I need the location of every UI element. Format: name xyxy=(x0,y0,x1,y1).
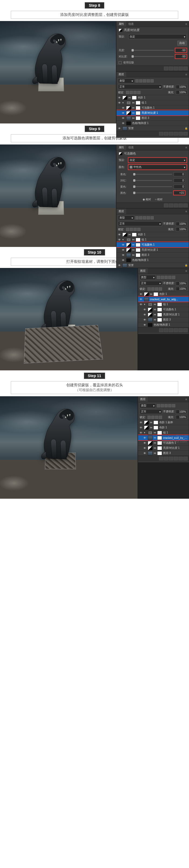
property-value[interactable]: +15 xyxy=(174,191,185,195)
link-icon[interactable]: ⋈ xyxy=(132,249,134,251)
reset-icon[interactable] xyxy=(174,67,178,70)
trash-icon[interactable] xyxy=(183,204,188,207)
group-icon[interactable] xyxy=(174,132,178,135)
layer-row[interactable]: 👁 色相/饱和度 1 xyxy=(117,257,189,262)
link-icon[interactable]: ⋈ xyxy=(132,106,134,109)
trash-icon[interactable] xyxy=(183,132,188,135)
adjustment-icon[interactable] xyxy=(169,328,173,332)
layer-row[interactable]: 👁 ⋈ 亮度/对比度 1 xyxy=(138,445,189,451)
visibility-icon[interactable]: 👁 xyxy=(143,318,147,321)
visibility-icon[interactable]: 👁 xyxy=(143,313,147,316)
lock-option-icons[interactable] xyxy=(148,287,162,290)
layer-filter-icons[interactable] xyxy=(135,216,154,219)
layer-row[interactable]: 👁 ▾ ⋈ 组 1 xyxy=(138,430,189,435)
layer-row[interactable]: 👁 ⋈ 色阶 1 xyxy=(138,425,189,430)
opacity-value[interactable]: 100% xyxy=(176,222,187,226)
layer-thumb[interactable] xyxy=(126,243,131,247)
layer-thumb[interactable] xyxy=(126,116,131,120)
layer-thumb[interactable] xyxy=(126,248,131,252)
layer-mask-thumb[interactable] xyxy=(157,441,162,445)
link-icon[interactable]: ⋈ xyxy=(150,293,152,296)
preset-dropdown[interactable]: 自定▾ xyxy=(128,34,187,39)
link-icon[interactable]: ⋈ xyxy=(154,308,156,311)
tab-layers[interactable]: 图层 xyxy=(117,72,126,77)
mask-icon[interactable] xyxy=(164,457,168,460)
visibility-icon[interactable]: 👁 xyxy=(143,436,147,439)
layer-mask-thumb[interactable] xyxy=(157,308,162,312)
reset-icon[interactable] xyxy=(174,204,178,207)
visibility-icon[interactable]: 👁 xyxy=(143,452,147,455)
layer-row[interactable]: 👁 ⋈ 图层 3 xyxy=(117,115,189,121)
visibility-icon[interactable]: 👁 xyxy=(143,447,147,450)
tab-layers[interactable]: 图层 xyxy=(138,397,148,402)
visibility-icon[interactable]: 👁 xyxy=(121,249,125,251)
fx-icon[interactable] xyxy=(159,132,163,135)
link-icon[interactable]: ⋈ xyxy=(150,421,152,424)
layer-row[interactable]: 👁 ⋈ 图层 3 xyxy=(117,252,189,257)
group-toggle-icon[interactable]: ▾ xyxy=(144,431,147,434)
visibility-icon[interactable]: 👁 xyxy=(118,127,121,130)
link-icon[interactable]: ⋈ xyxy=(154,318,156,321)
layer-thumb[interactable] xyxy=(144,426,149,430)
layer-thumb[interactable] xyxy=(148,446,153,450)
layer-mask-thumb[interactable] xyxy=(157,313,162,317)
fx-icon[interactable] xyxy=(159,328,163,332)
layer-row[interactable]: 👁 ⋈ 图层 3 xyxy=(138,451,189,456)
layer-thumb[interactable] xyxy=(122,126,127,130)
slider[interactable] xyxy=(132,56,174,57)
layer-mask-thumb[interactable] xyxy=(153,426,158,430)
layer-thumb[interactable] xyxy=(148,436,153,440)
link-icon[interactable]: ⋈ xyxy=(132,112,134,114)
blend-mode-dropdown[interactable]: 正常▾ xyxy=(118,84,162,89)
visibility-icon[interactable]: 👁 xyxy=(121,243,125,246)
link-icon[interactable]: ⋈ xyxy=(154,303,156,306)
visibility-icon[interactable]: 👁 xyxy=(118,96,121,99)
layer-thumb-group[interactable] xyxy=(126,238,131,242)
link-icon[interactable]: ⋈ xyxy=(132,243,134,246)
layer-row[interactable]: 👁 ⋈ 可选颜色 1 xyxy=(117,242,189,247)
visibility-icon[interactable]: 👁 xyxy=(139,298,143,301)
layer-filter-icons[interactable] xyxy=(157,404,175,407)
visibility-icon[interactable]: 👁 xyxy=(139,421,143,424)
visibility-icon[interactable]: 👁 xyxy=(118,101,121,104)
property-value[interactable]: 0 xyxy=(174,179,185,183)
property-value[interactable]: 0 xyxy=(174,172,185,176)
color-dropdown[interactable]: 中性色▾ xyxy=(128,165,187,169)
layer-filter-icons[interactable] xyxy=(135,79,154,83)
tab-layers[interactable]: 图层 xyxy=(117,209,126,214)
layer-thumb[interactable] xyxy=(126,111,131,115)
layer-mask-thumb[interactable] xyxy=(153,421,158,425)
radio-relative[interactable]: ◉ 相对 xyxy=(143,197,151,202)
panel-menu-icon[interactable]: ≡ xyxy=(184,210,189,213)
adjustment-icon[interactable] xyxy=(169,132,173,135)
layer-row[interactable]: 👁 ⋈ 亮度/对比度 1 xyxy=(138,312,189,317)
fx-icon[interactable] xyxy=(159,457,163,460)
layer-row[interactable]: 👁 ⋈ 色阶 1 xyxy=(117,232,189,237)
layer-row[interactable]: 👁 ⋈ cracked_wall_by_adg... xyxy=(138,435,189,440)
mask-icon[interactable] xyxy=(164,328,168,332)
tab-properties[interactable]: 属性 xyxy=(117,21,126,27)
layer-mask-thumb[interactable] xyxy=(157,436,162,440)
visibility-icon[interactable]: 👁 xyxy=(139,426,143,429)
visibility-icon[interactable]: 👁 xyxy=(121,122,125,125)
visibility-icon[interactable]: 👁 xyxy=(118,264,121,267)
blend-mode-dropdown[interactable]: 正常▾ xyxy=(140,409,162,414)
visibility-icon[interactable]: 👁 xyxy=(121,259,125,262)
tab-info[interactable]: 信息 xyxy=(126,21,136,27)
layer-kind-dropdown[interactable]: 类型▾ xyxy=(118,215,134,220)
opacity-value[interactable]: 100% xyxy=(176,281,187,285)
link-icon[interactable]: ⋈ xyxy=(154,447,156,450)
panel-menu-icon[interactable]: ≡ xyxy=(184,73,189,76)
layer-thumb[interactable] xyxy=(148,451,153,455)
layer-mask-thumb[interactable] xyxy=(157,451,162,455)
layer-row[interactable]: 👁 ▾ ⋈ 组 1 xyxy=(117,100,189,105)
layer-mask-thumb[interactable] xyxy=(157,318,162,322)
trash-icon[interactable] xyxy=(183,328,188,332)
visibility-icon[interactable]: 👁 xyxy=(139,431,143,434)
layer-mask-thumb[interactable] xyxy=(136,253,140,257)
layer-row[interactable]: 👁 ⋈ 可选颜色 1 xyxy=(138,307,189,312)
link-icon[interactable]: ⋈ xyxy=(154,452,156,455)
slider[interactable] xyxy=(133,174,172,175)
layer-mask-thumb[interactable] xyxy=(157,431,162,435)
property-value[interactable]: -50 xyxy=(175,55,187,59)
